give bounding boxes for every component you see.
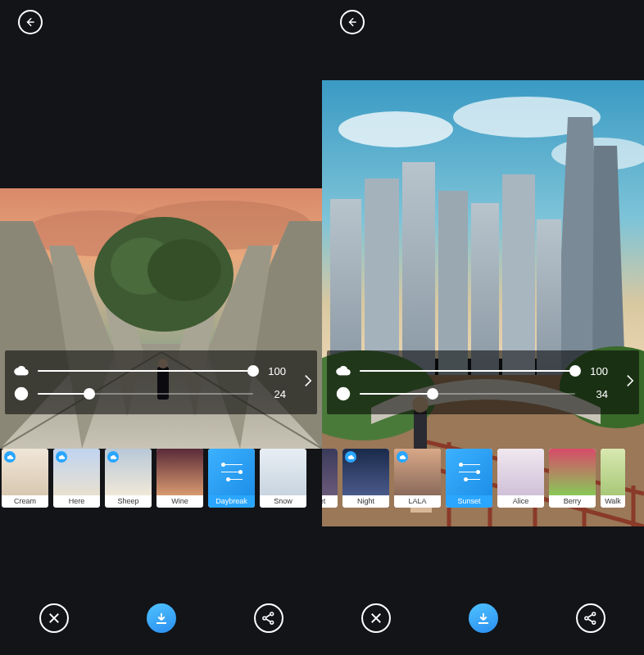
filter-thumbnail (156, 449, 203, 495)
filter-label: Alice (497, 495, 544, 508)
filter-label: LALA (394, 495, 441, 508)
aperture-slider-row: 24 (13, 386, 286, 402)
filter-thumbnail (549, 449, 596, 495)
cloud-badge-icon (397, 451, 408, 463)
screen-left: 100 24 CreamHereSheepWineDaybreakSnow (0, 0, 322, 655)
cloud-slider-row: 100 (335, 363, 608, 379)
filter-berry[interactable]: Berry (549, 449, 596, 508)
aperture-value: 24 (261, 388, 286, 400)
filter-label: Cream (2, 495, 48, 508)
svg-point-12 (147, 239, 221, 301)
filter-alice[interactable]: Alice (497, 449, 544, 508)
back-button[interactable] (18, 10, 43, 34)
svg-rect-29 (471, 203, 499, 375)
cloud-icon (335, 363, 351, 379)
next-panel-button[interactable] (304, 374, 312, 391)
adjustment-panel: 100 34 (327, 350, 639, 414)
download-button[interactable] (469, 603, 498, 633)
selected-indicator-icon (208, 449, 255, 495)
filter-strip[interactable]: ve VietNightLALASunsetAliceBerryWalk (322, 449, 644, 508)
bottom-bar (0, 581, 322, 655)
filter-walk[interactable]: Walk (601, 449, 625, 508)
cancel-button[interactable] (39, 603, 69, 633)
filter-strip[interactable]: CreamHereSheepWineDaybreakSnow (0, 449, 322, 508)
back-button[interactable] (340, 10, 365, 34)
filter-wine[interactable]: Wine (156, 449, 203, 508)
screen-right: 100 34 ve VietNightLALASunsetAliceBerryW… (322, 0, 644, 655)
aperture-value: 34 (583, 388, 608, 400)
filter-label: Daybreak (208, 495, 255, 508)
adjustment-panel: 100 24 (5, 350, 317, 414)
filter-label: Snow (260, 495, 306, 508)
cloud-slider[interactable] (38, 363, 253, 379)
aperture-icon (335, 386, 351, 402)
filter-label: Sunset (446, 495, 492, 508)
filter-thumbnail (208, 449, 255, 495)
cloud-slider[interactable] (360, 363, 575, 379)
cloud-value: 100 (261, 365, 286, 377)
svg-point-22 (338, 111, 453, 147)
cloud-icon (13, 363, 29, 379)
cloud-badge-icon (4, 451, 16, 463)
filter-sheep[interactable]: Sheep (105, 449, 152, 508)
cloud-slider-row: 100 (13, 363, 286, 379)
filter-label: Berry (549, 495, 596, 508)
filter-daybreak[interactable]: Daybreak (208, 449, 255, 508)
next-panel-button[interactable] (626, 374, 634, 391)
filter-thumbnail (342, 449, 389, 495)
cloud-badge-icon (107, 451, 119, 463)
filter-snow[interactable]: Snow (260, 449, 306, 508)
aperture-slider[interactable] (360, 386, 575, 402)
cloud-value: 100 (583, 365, 608, 377)
filter-cream[interactable]: Cream (2, 449, 48, 508)
filter-thumbnail (446, 449, 492, 495)
filter-thumbnail (322, 449, 338, 495)
filter-thumbnail (260, 449, 306, 495)
filter-label: Here (53, 495, 100, 508)
share-button[interactable] (576, 603, 605, 633)
aperture-icon (13, 386, 29, 402)
share-button[interactable] (254, 603, 283, 633)
filter-thumbnail (601, 449, 625, 495)
filter-thumbnail (497, 449, 544, 495)
filter-thumbnail (105, 449, 152, 495)
filter-thumbnail (2, 449, 48, 495)
filter-lala[interactable]: LALA (394, 449, 441, 508)
selected-indicator-icon (446, 449, 492, 495)
cancel-button[interactable] (361, 603, 391, 633)
svg-rect-27 (402, 162, 435, 375)
svg-rect-30 (502, 174, 535, 375)
download-button[interactable] (147, 603, 176, 633)
bottom-bar (322, 581, 644, 655)
svg-rect-28 (438, 191, 468, 375)
cloud-badge-icon (56, 451, 67, 463)
filter-label: Sheep (105, 495, 152, 508)
aperture-slider-row: 34 (335, 386, 608, 402)
svg-rect-25 (330, 199, 361, 375)
svg-rect-26 (365, 178, 399, 375)
filter-sunset[interactable]: Sunset (446, 449, 492, 508)
filter-label: Walk (601, 495, 625, 508)
filter-night[interactable]: Night (342, 449, 389, 508)
filter-thumbnail (394, 449, 441, 495)
filter-label: Night (342, 495, 389, 508)
cloud-badge-icon (345, 451, 356, 463)
filter-thumbnail (53, 449, 100, 495)
filter-here[interactable]: Here (53, 449, 100, 508)
filter-label: ve Viet (322, 495, 338, 508)
aperture-slider[interactable] (38, 386, 253, 402)
filter-ve-viet[interactable]: ve Viet (322, 449, 338, 508)
filter-label: Wine (156, 495, 203, 508)
